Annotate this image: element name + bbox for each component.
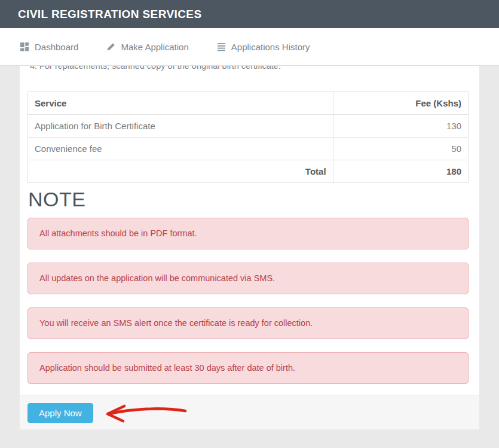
nav-item-label: Dashboard: [35, 42, 78, 52]
column-header-fee: Fee (Kshs): [333, 92, 468, 115]
danger-alert: All updates on the application will be c…: [27, 263, 469, 294]
nav-item-applications-history[interactable]: Applications History: [217, 42, 310, 52]
total-value-cell: 180: [333, 160, 468, 183]
nav-item-make-application[interactable]: Make Application: [106, 42, 188, 52]
danger-alert: You will receive an SMS alert once the c…: [27, 307, 469, 339]
pencil-icon: [106, 42, 115, 51]
total-row: Total 180: [28, 160, 469, 183]
requirement-item-clipped: 4. For replacements, scanned copy of the…: [30, 66, 472, 72]
fee-table: Service Fee (Kshs) Application for Birth…: [27, 92, 469, 183]
apply-now-button[interactable]: Apply Now: [27, 403, 93, 423]
fee-cell: 130: [333, 115, 468, 138]
table-row: Application for Birth Certificate 130: [28, 115, 469, 138]
danger-alert: All attachments should be in PDF format.: [27, 218, 469, 249]
content-card: 4. For replacements, scanned copy of the…: [20, 66, 479, 429]
column-header-service: Service: [28, 92, 333, 115]
nav-item-label: Applications History: [231, 42, 310, 52]
fee-cell: 50: [333, 138, 468, 160]
table-row: Convenience fee 50: [28, 138, 469, 160]
service-cell: Convenience fee: [28, 138, 333, 160]
app-header: CIVIL REGISTRATION SERVICES: [0, 0, 499, 28]
red-arrow-annotation: [98, 402, 188, 425]
dashboard-grid-icon: [20, 42, 29, 51]
service-cell: Application for Birth Certificate: [28, 115, 333, 138]
total-label-cell: Total: [28, 160, 333, 183]
card-footer: Apply Now: [20, 395, 479, 429]
page-title: CIVIL REGISTRATION SERVICES: [18, 8, 201, 21]
danger-alert: Application should be submitted at least…: [27, 352, 469, 384]
list-icon: [217, 42, 226, 51]
fee-table-header-row: Service Fee (Kshs): [28, 92, 469, 115]
nav-item-dashboard[interactable]: Dashboard: [20, 42, 78, 52]
main-nav: Dashboard Make Application Applications …: [0, 28, 499, 66]
note-heading: NOTE: [28, 188, 472, 211]
nav-item-label: Make Application: [121, 42, 188, 52]
